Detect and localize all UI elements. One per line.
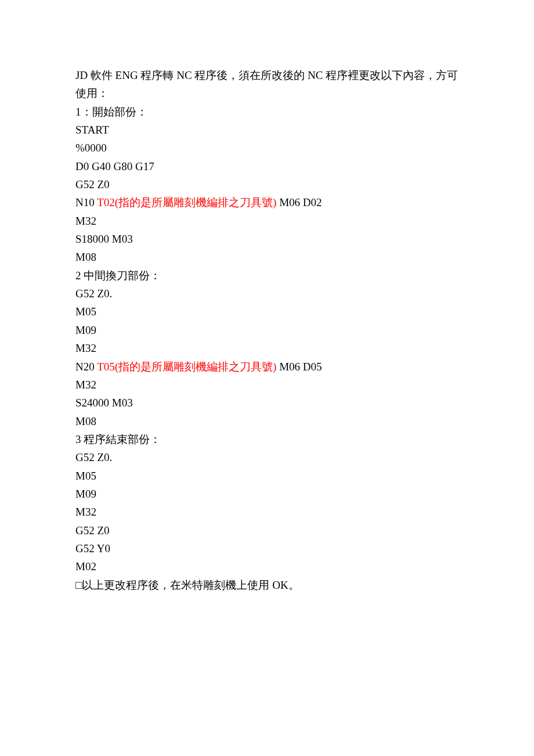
section-3-title: 3 程序結束部份： xyxy=(75,430,459,448)
code-line: G52 Z0 xyxy=(75,521,459,539)
code-line: M05 xyxy=(75,467,459,485)
code-line: M32 xyxy=(75,339,459,357)
code-line: D0 G40 G80 G17 xyxy=(75,157,459,175)
intro-text: JD 軟件 ENG 程序轉 NC 程序後，須在所改後的 NC 程序裡更改以下內容… xyxy=(75,66,459,103)
code-suffix: M06 D02 xyxy=(276,196,322,208)
code-line: M02 xyxy=(75,557,459,575)
code-line: M08 xyxy=(75,412,459,430)
code-line: S18000 M03 xyxy=(75,230,459,248)
code-line: G52 Z0. xyxy=(75,285,459,303)
code-line: N10 T02(指的是所屬雕刻機編排之刀具號) M06 D02 xyxy=(75,193,459,211)
code-line: G52 Y0 xyxy=(75,539,459,557)
code-line: M32 xyxy=(75,503,459,521)
document-page: JD 軟件 ENG 程序轉 NC 程序後，須在所改後的 NC 程序裡更改以下內容… xyxy=(0,0,534,756)
code-line: START xyxy=(75,121,459,139)
code-line: M08 xyxy=(75,248,459,266)
code-line: S24000 M03 xyxy=(75,394,459,412)
code-line: G52 Z0 xyxy=(75,175,459,193)
section-1-title: 1：開始部份： xyxy=(75,103,459,121)
code-line: M32 xyxy=(75,376,459,394)
code-line: M05 xyxy=(75,303,459,321)
code-suffix: M06 D05 xyxy=(276,361,322,373)
footer-note: □以上更改程序後，在米特雕刻機上使用 OK。 xyxy=(75,576,459,594)
tool-number-note: T02(指的是所屬雕刻機編排之刀具號) xyxy=(97,196,276,208)
code-prefix: N10 xyxy=(75,196,97,208)
tool-number-note: T05(指的是所屬雕刻機編排之刀具號) xyxy=(97,361,276,373)
section-2-title: 2 中間換刀部份： xyxy=(75,267,459,285)
code-line: M09 xyxy=(75,485,459,503)
code-line: M09 xyxy=(75,321,459,339)
code-line: %0000 xyxy=(75,139,459,157)
code-line: N20 T05(指的是所屬雕刻機編排之刀具號) M06 D05 xyxy=(75,358,459,376)
code-prefix: N20 xyxy=(75,361,97,373)
code-line: G52 Z0. xyxy=(75,448,459,466)
code-line: M32 xyxy=(75,212,459,230)
